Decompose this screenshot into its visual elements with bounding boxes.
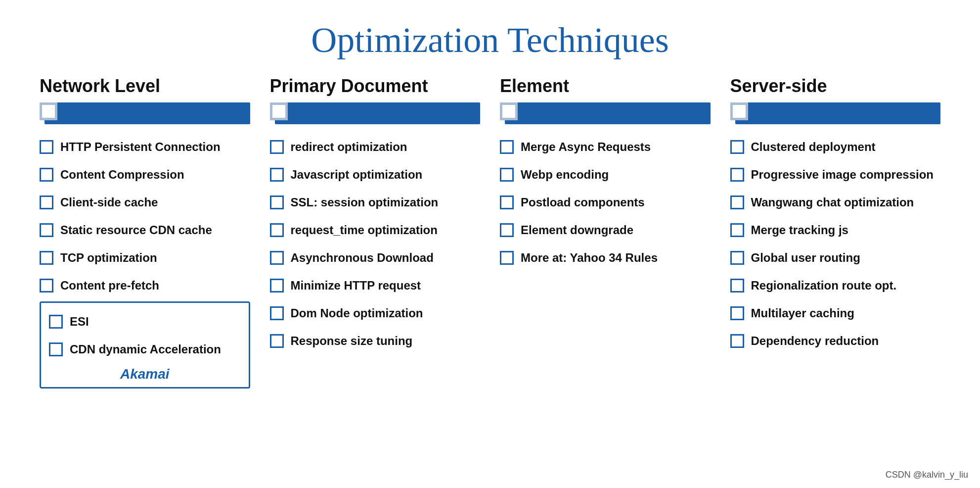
item-label: Dom Node optimization xyxy=(291,306,423,320)
column-element: ElementMerge Async RequestsWebp encoding… xyxy=(490,76,720,389)
akamai-label: Akamai xyxy=(49,366,241,382)
item-label: More at: Yahoo 34 Rules xyxy=(521,251,658,265)
checkbox[interactable] xyxy=(270,251,284,265)
col-header-primary-document: Primary Document xyxy=(270,76,481,97)
item-label: ESI xyxy=(70,315,89,329)
item-label: Minimize HTTP request xyxy=(291,279,421,293)
item-list-element: Merge Async RequestsWebp encodingPostloa… xyxy=(500,133,711,272)
item-label: Asynchronous Download xyxy=(291,251,434,265)
list-item: Client-side cache xyxy=(40,189,250,216)
checkbox[interactable] xyxy=(40,223,53,237)
item-label: Client-side cache xyxy=(60,195,158,209)
checkbox[interactable] xyxy=(270,334,284,348)
list-item: Merge Async Requests xyxy=(500,133,711,161)
col-bar-corner-server-side xyxy=(730,102,748,120)
item-label: Content Compression xyxy=(60,168,184,182)
checkbox[interactable] xyxy=(49,315,63,329)
checkbox[interactable] xyxy=(49,342,63,356)
item-label: Element downgrade xyxy=(521,223,633,237)
list-item: Global user routing xyxy=(730,244,941,272)
checkbox[interactable] xyxy=(730,140,744,154)
item-label: Dependency reduction xyxy=(751,334,879,348)
col-bar-fill-primary-document xyxy=(275,102,481,124)
item-label: Webp encoding xyxy=(521,168,609,182)
item-label: SSL: session optimization xyxy=(291,195,439,209)
col-bar-corner-element xyxy=(500,102,518,120)
item-label: Content pre-fetch xyxy=(60,279,159,293)
checkbox[interactable] xyxy=(500,140,514,154)
col-bar-network-level xyxy=(40,102,250,124)
item-label: request_time optimization xyxy=(291,223,438,237)
checkbox[interactable] xyxy=(730,279,744,293)
item-label: Clustered deployment xyxy=(751,140,876,154)
list-item: Webp encoding xyxy=(500,161,711,189)
list-item: Javascript optimization xyxy=(270,161,481,189)
col-header-network-level: Network Level xyxy=(40,76,250,97)
checkbox[interactable] xyxy=(40,279,53,293)
checkbox[interactable] xyxy=(40,195,53,209)
col-bar-corner-primary-document xyxy=(270,102,288,120)
list-item: request_time optimization xyxy=(270,216,481,244)
checkbox[interactable] xyxy=(270,195,284,209)
item-label: Regionalization route opt. xyxy=(751,279,897,293)
checkbox[interactable] xyxy=(40,251,53,265)
item-label: Global user routing xyxy=(751,251,860,265)
item-label: Merge tracking js xyxy=(751,223,848,237)
list-item: CDN dynamic Acceleration xyxy=(49,336,241,363)
item-label: Javascript optimization xyxy=(291,168,423,182)
checkbox[interactable] xyxy=(270,279,284,293)
item-label: Multilayer caching xyxy=(751,306,854,320)
checkbox[interactable] xyxy=(730,223,744,237)
col-bar-fill-server-side xyxy=(735,102,941,124)
checkbox[interactable] xyxy=(270,306,284,320)
akamai-box: ESICDN dynamic AccelerationAkamai xyxy=(40,301,250,389)
list-item: Wangwang chat optimization xyxy=(730,189,941,216)
checkbox[interactable] xyxy=(500,168,514,182)
col-bar-primary-document xyxy=(270,102,481,124)
checkbox[interactable] xyxy=(40,140,53,154)
checkbox[interactable] xyxy=(730,251,744,265)
columns-wrapper: Network LevelHTTP Persistent ConnectionC… xyxy=(0,76,980,389)
col-header-server-side: Server-side xyxy=(730,76,941,97)
column-primary-document: Primary Documentredirect optimizationJav… xyxy=(260,76,490,389)
checkbox[interactable] xyxy=(730,334,744,348)
checkbox[interactable] xyxy=(500,251,514,265)
checkbox[interactable] xyxy=(40,168,53,182)
item-list-network-level: HTTP Persistent ConnectionContent Compre… xyxy=(40,133,250,299)
checkbox[interactable] xyxy=(500,195,514,209)
col-bar-server-side xyxy=(730,102,941,124)
col-bar-corner-network-level xyxy=(40,102,57,120)
item-label: CDN dynamic Acceleration xyxy=(70,342,221,356)
item-label: Wangwang chat optimization xyxy=(751,195,914,209)
list-item: Content pre-fetch xyxy=(40,272,250,299)
item-list-server-side: Clustered deploymentProgressive image co… xyxy=(730,133,941,355)
checkbox[interactable] xyxy=(270,168,284,182)
watermark: CSDN @kalvin_y_liu xyxy=(886,470,968,480)
checkbox[interactable] xyxy=(730,168,744,182)
checkbox[interactable] xyxy=(730,195,744,209)
col-header-element: Element xyxy=(500,76,711,97)
list-item: Progressive image compression xyxy=(730,161,941,189)
list-item: TCP optimization xyxy=(40,244,250,272)
column-server-side: Server-sideClustered deploymentProgressi… xyxy=(720,76,951,389)
item-label: Postload components xyxy=(521,195,645,209)
list-item: ESI xyxy=(49,308,241,336)
list-item: Regionalization route opt. xyxy=(730,272,941,299)
list-item: Clustered deployment xyxy=(730,133,941,161)
list-item: Asynchronous Download xyxy=(270,244,481,272)
list-item: Postload components xyxy=(500,189,711,216)
list-item: HTTP Persistent Connection xyxy=(40,133,250,161)
checkbox[interactable] xyxy=(270,140,284,154)
list-item: Minimize HTTP request xyxy=(270,272,481,299)
page-title: Optimization Techniques xyxy=(0,0,980,76)
item-label: redirect optimization xyxy=(291,140,407,154)
checkbox[interactable] xyxy=(730,306,744,320)
col-bar-fill-element xyxy=(505,102,711,124)
item-label: Static resource CDN cache xyxy=(60,223,212,237)
item-label: Merge Async Requests xyxy=(521,140,651,154)
item-label: Response size tuning xyxy=(291,334,413,348)
list-item: Static resource CDN cache xyxy=(40,216,250,244)
list-item: redirect optimization xyxy=(270,133,481,161)
checkbox[interactable] xyxy=(270,223,284,237)
checkbox[interactable] xyxy=(500,223,514,237)
